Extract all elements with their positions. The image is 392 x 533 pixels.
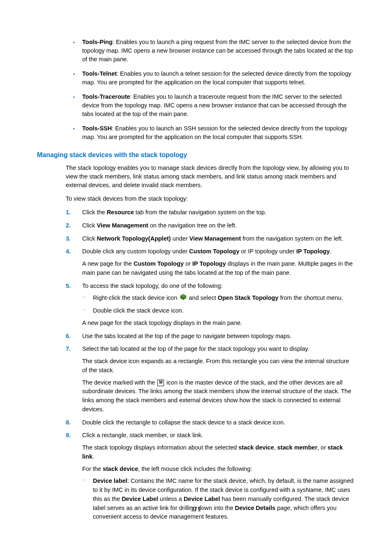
step-4: Double click any custom topology under C…	[37, 247, 355, 277]
bullet-term: Tools-SSH	[82, 125, 112, 132]
sub-bold: Device Label	[184, 496, 220, 502]
steps-list: Click the Resource tab from the tabular …	[37, 208, 355, 521]
sub-list: Right-click the stack device icon and se…	[82, 294, 355, 315]
bullet-item: Tools-Telnet: Enables you to launch a te…	[37, 70, 355, 87]
step-bold: stack device	[238, 444, 274, 451]
step-text: The stack topology displays information …	[82, 444, 238, 451]
tools-bullet-list: Tools-Ping: Enables you to launch a ping…	[37, 38, 355, 141]
step-text: on the navigation tree on the left.	[148, 222, 237, 229]
step-3: Click Network Topology(Applet) under Vie…	[37, 234, 355, 243]
bullet-item: Tools-Ping: Enables you to launch a ping…	[37, 38, 355, 64]
sub-item: Right-click the stack device icon and se…	[82, 294, 355, 303]
step-2: Click View Management on the navigation …	[37, 221, 355, 230]
step-text: For the	[82, 466, 103, 472]
step-bold: stack device	[103, 466, 138, 472]
bullet-term: Tools-Ping	[82, 39, 113, 45]
section-heading: Managing stack devices with the stack to…	[37, 151, 355, 159]
step-bold: IP Topology	[192, 260, 226, 267]
step-bold: Network Topology(Applet)	[97, 235, 171, 242]
sub-item: Double click the stack device icon.	[82, 306, 355, 315]
sub-list: Device label: Contains the IMC name for …	[82, 477, 355, 521]
page: Tools-Ping: Enables you to launch a ping…	[0, 0, 392, 533]
step-text: Click	[82, 222, 97, 229]
page-number: 271	[0, 506, 392, 512]
bullet-desc: : Enables you to launch a ping request f…	[82, 39, 353, 63]
bullet-term: Tools-Traceroute	[82, 93, 130, 100]
step-text: To access the stack topology, do one of …	[82, 283, 223, 289]
sub-bold: Device label	[93, 477, 127, 484]
step-1: Click the Resource tab from the tabular …	[37, 208, 355, 217]
step-bold: Resource	[107, 209, 134, 216]
bullet-item: Tools-Traceroute: Enables you to launch …	[37, 93, 355, 118]
step-text: , the left mouse click includes the foll…	[138, 466, 252, 472]
step-text: A new page for the	[82, 260, 134, 267]
sub-bold: Open Stack Topology	[218, 295, 279, 301]
step-extra: The device marked with the M icon is the…	[82, 378, 355, 414]
step-text: The device marked with the	[82, 379, 157, 386]
sub-text: from the shortcut menu.	[279, 295, 343, 301]
step-text: from the navigation system on the left.	[241, 235, 343, 242]
step-text: under	[171, 235, 189, 242]
step-bold: IP Topology	[296, 248, 330, 255]
step-6: Use the tabs located at the top of the p…	[37, 332, 355, 341]
step-text: Click	[82, 235, 97, 242]
bullet-desc: : Enables you to launch a telnet session…	[82, 70, 351, 86]
master-device-m-icon: M	[157, 380, 164, 386]
step-8: Double click the rectangle to collapse t…	[37, 418, 355, 427]
bullet-item: Tools-SSH: Enables you to launch an SSH …	[37, 124, 355, 141]
step-bold: Custom Topology	[189, 248, 239, 255]
step-text: Select the tab located at the top of the…	[82, 345, 309, 352]
step-text: Click a rectangle, stack member, or stac…	[82, 432, 203, 438]
step-text: Click the	[82, 209, 107, 216]
sub-bold: Device Label	[122, 496, 158, 502]
sub-text: and select	[187, 295, 218, 301]
sub-text: unless a	[158, 496, 184, 502]
step-text: tab from the tabular navigation system o…	[134, 209, 266, 216]
step-text: ,	[274, 444, 277, 451]
step-extra: The stack device icon expands as a recta…	[82, 357, 355, 375]
step-extra: For the stack device, the left mouse cli…	[82, 465, 355, 474]
step-text: , or	[317, 444, 327, 451]
sub-item: Device label: Contains the IMC name for …	[82, 477, 355, 521]
intro-paragraph: The stack topology enables you to manage…	[37, 164, 355, 190]
step-text: or IP topology under	[240, 248, 296, 255]
step-text: or	[184, 260, 192, 267]
sub-text: Right-click the stack device icon	[93, 295, 179, 301]
lead-paragraph: To view stack devices from the stack top…	[37, 195, 355, 203]
step-extra: The stack topology displays information …	[82, 443, 355, 461]
bullet-desc: : Enables you to launch an SSH session f…	[82, 125, 347, 140]
step-bold: stack member	[277, 444, 318, 451]
step-extra: A new page for the Custom Topology or IP…	[82, 260, 355, 278]
step-extra: A new page for the stack topology displa…	[82, 319, 355, 328]
stack-device-cube-icon	[180, 294, 187, 303]
step-bold: Custom Topology	[134, 260, 184, 267]
bullet-term: Tools-Telnet	[82, 70, 117, 77]
step-text: .	[92, 453, 94, 460]
step-text: .	[330, 248, 332, 255]
step-bold: View Management	[189, 235, 241, 242]
step-7: Select the tab located at the top of the…	[37, 345, 355, 414]
step-bold: View Management	[97, 222, 148, 229]
step-text: Double click any custom topology under	[82, 248, 189, 255]
step-5: To access the stack topology, do one of …	[37, 282, 355, 328]
